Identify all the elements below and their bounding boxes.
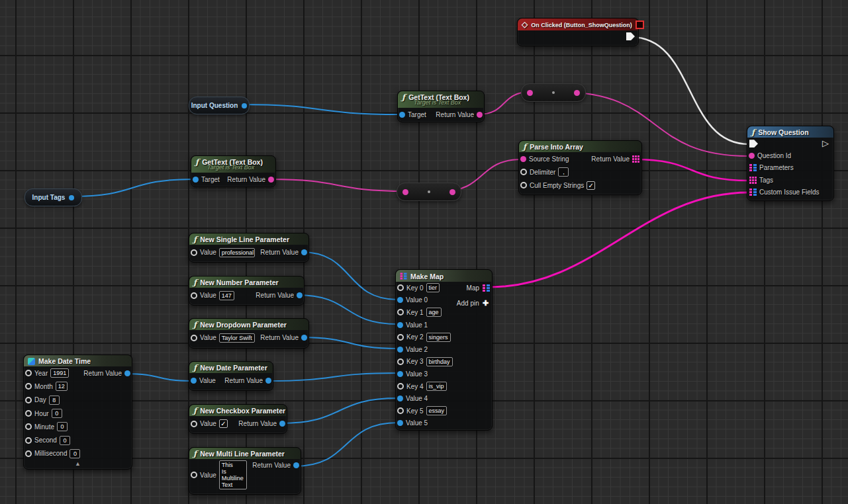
delimiter-pin[interactable] xyxy=(520,169,527,175)
question-id-pin[interactable] xyxy=(749,153,755,159)
value-input[interactable]: professional xyxy=(219,248,256,257)
value3-pin[interactable] xyxy=(397,371,403,377)
return-value-pin[interactable] xyxy=(124,370,130,376)
node-new-multi-line-parameter[interactable]: ƒ New Multi Line Parameter Value This Is… xyxy=(189,447,301,495)
cull-empty-strings-pin[interactable] xyxy=(520,182,527,189)
value2-pin[interactable] xyxy=(397,347,403,353)
node-make-map[interactable]: Make Map Key 0 tier Value 0 Key 1 age Va… xyxy=(395,269,493,431)
node-make-date-time[interactable]: Make Date Time Year 1991 Return Value Mo… xyxy=(23,355,132,470)
value-pin[interactable] xyxy=(191,335,197,341)
key2-input[interactable]: singers xyxy=(426,333,451,342)
node-new-checkbox-parameter[interactable]: ƒ New Checkbox Parameter Value ✓ Return … xyxy=(189,404,287,434)
month-pin[interactable] xyxy=(25,383,32,390)
key5-input[interactable]: essay xyxy=(426,406,448,415)
node-gettext-question[interactable]: ƒ GetText (Text Box) Target is Text Box … xyxy=(397,91,485,122)
exec-in-pin[interactable] xyxy=(749,140,758,147)
return-value-pin[interactable] xyxy=(301,249,307,255)
value-checkbox[interactable]: ✓ xyxy=(219,419,228,428)
value-pin[interactable] xyxy=(191,378,197,384)
value-pin[interactable] xyxy=(191,472,197,478)
delimiter-input[interactable]: , xyxy=(558,167,569,177)
node-title: Make Date Time xyxy=(38,357,91,365)
value-pin[interactable] xyxy=(191,249,197,256)
value-pin[interactable] xyxy=(191,421,197,427)
node-input-tags[interactable]: Input Tags xyxy=(24,189,82,206)
millisecond-pin[interactable] xyxy=(25,450,32,457)
node-new-single-line-parameter[interactable]: ƒ New Single Line Parameter Value profes… xyxy=(189,233,309,263)
return-value-pin[interactable] xyxy=(279,421,285,427)
return-value-pin[interactable] xyxy=(268,177,274,183)
key0-input[interactable]: tier xyxy=(426,283,440,292)
pin-label: Return Value xyxy=(227,176,265,183)
minute-input[interactable]: 0 xyxy=(57,422,68,431)
target-pin[interactable] xyxy=(193,177,199,183)
key2-pin[interactable] xyxy=(397,334,404,341)
value1-pin[interactable] xyxy=(397,322,403,328)
node-new-number-parameter[interactable]: ƒ New Number Parameter Value 147 Return … xyxy=(189,276,305,306)
delegate-pin[interactable] xyxy=(636,21,644,29)
exec-out-pin[interactable]: ▷ xyxy=(822,140,829,147)
node-show-question[interactable]: ƒ Show Question ▷ Question Id Parameters… xyxy=(747,126,834,201)
hour-input[interactable]: 0 xyxy=(52,409,62,418)
collapse-arrow[interactable]: ▲ xyxy=(75,460,81,468)
exec-out-pin[interactable] xyxy=(626,32,635,40)
key4-input[interactable]: is_vip xyxy=(426,382,447,391)
key0-pin[interactable] xyxy=(397,284,404,291)
return-value-pin[interactable] xyxy=(293,462,299,468)
value4-pin[interactable] xyxy=(397,396,403,401)
cull-empty-strings-checkbox[interactable]: ✓ xyxy=(587,181,595,190)
source-string-pin[interactable] xyxy=(520,156,526,162)
node-header: ƒ New Dropdown Parameter xyxy=(189,319,308,330)
reroute-node-question[interactable] xyxy=(521,83,586,102)
target-pin[interactable] xyxy=(399,112,405,118)
pin-label: Return Value xyxy=(252,462,291,469)
parameters-pin[interactable] xyxy=(749,164,757,171)
reroute-node-tags[interactable] xyxy=(397,183,461,201)
key3-pin[interactable] xyxy=(397,358,404,365)
second-input[interactable]: 0 xyxy=(60,436,70,445)
year-input[interactable]: 1991 xyxy=(50,368,69,378)
key5-pin[interactable] xyxy=(397,407,404,414)
reroute-in-pin[interactable] xyxy=(527,90,533,96)
value5-pin[interactable] xyxy=(397,420,403,426)
variable-out-pin[interactable] xyxy=(69,195,74,200)
add-pin-button[interactable]: ✚ xyxy=(483,299,489,308)
blueprint-canvas[interactable]: ◇ On Clicked (Button_ShowQuestion) ƒ Get… xyxy=(0,0,848,504)
value-input[interactable]: 147 xyxy=(219,291,234,300)
return-value-pin[interactable] xyxy=(297,292,303,298)
node-on-clicked[interactable]: ◇ On Clicked (Button_ShowQuestion) xyxy=(517,18,639,46)
value-input[interactable]: Taylor Swift xyxy=(219,333,255,343)
return-value-pin[interactable] xyxy=(632,155,639,163)
node-new-date-parameter[interactable]: ƒ New Date Parameter Value Return Value xyxy=(189,361,273,391)
millisecond-input[interactable]: 0 xyxy=(70,449,80,458)
reroute-in-pin[interactable] xyxy=(402,189,408,195)
node-new-dropdown-parameter[interactable]: ƒ New Dropdown Parameter Value Taylor Sw… xyxy=(189,318,309,349)
node-gettext-tags[interactable]: ƒ GetText (Text Box) Target is Text Box … xyxy=(191,155,276,187)
variable-out-pin[interactable] xyxy=(242,103,247,108)
value-pin[interactable] xyxy=(191,292,197,299)
node-input-question[interactable]: Input Question xyxy=(189,97,250,114)
reroute-out-pin[interactable] xyxy=(449,189,455,195)
map-out-pin[interactable] xyxy=(483,284,490,292)
return-value-pin[interactable] xyxy=(265,378,271,384)
year-pin[interactable] xyxy=(25,370,32,376)
reroute-dot xyxy=(552,91,555,94)
key3-input[interactable]: birthday xyxy=(426,357,453,366)
minute-pin[interactable] xyxy=(25,423,32,430)
second-pin[interactable] xyxy=(25,437,32,444)
value0-pin[interactable] xyxy=(397,297,403,303)
reroute-out-pin[interactable] xyxy=(574,90,580,96)
key1-pin[interactable] xyxy=(397,309,404,315)
day-input[interactable]: 8 xyxy=(49,396,60,405)
key1-input[interactable]: age xyxy=(426,308,442,317)
custom-issue-fields-pin[interactable] xyxy=(749,189,757,196)
key4-pin[interactable] xyxy=(397,383,404,390)
tags-pin[interactable] xyxy=(749,177,757,184)
return-value-pin[interactable] xyxy=(301,335,307,341)
node-parse-into-array[interactable]: ƒ Parse Into Array Source String Return … xyxy=(518,140,642,195)
month-input[interactable]: 12 xyxy=(56,382,68,391)
hour-pin[interactable] xyxy=(25,410,32,417)
value-input[interactable]: This Is Multiline Text xyxy=(219,460,248,489)
return-value-pin[interactable] xyxy=(477,112,483,118)
day-pin[interactable] xyxy=(25,397,32,403)
